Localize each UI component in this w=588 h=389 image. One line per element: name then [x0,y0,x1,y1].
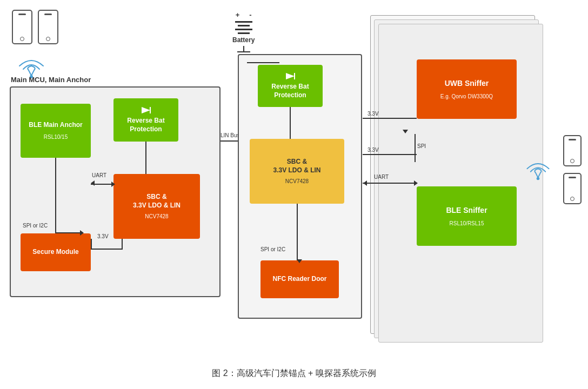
door-module-box: Reverse Bat Protection SBC & 3.3V LDO & … [238,54,362,319]
caption: 图 2：高级汽车门禁锚点 + 嗅探器系统示例 [0,368,588,379]
battery-to-door-h [247,62,279,63]
spi-wire-vert [415,134,416,162]
svg-point-5 [537,177,540,180]
uwb-sniffer-block: UWB Sniffer E.g. Qorvo DW3300Q [417,59,517,119]
uart-arrow-right-back [363,180,367,186]
phone-right-2 [563,173,582,204]
spi-arrow-down2 [403,130,408,133]
sbc-ldo-right-block: SBC & 3.3V LDO & LIN NCV7428 [250,139,344,204]
v33-label-right2: 3.3V [368,147,379,153]
lin-bus-label: LIN Bus [220,132,240,138]
sbc-ldo-left-block: SBC & 3.3V LDO & LIN NCV7428 [113,174,200,239]
uart-wire-right [363,183,417,184]
phone-left-2 [38,10,58,44]
wire-to-secure [91,249,122,250]
battery-label: Battery [232,36,255,44]
wire-secure-vert [91,239,92,250]
wire-sbc-down [122,239,123,250]
spi-arrow [80,230,84,236]
ble-main-anchor-block: BLE Main Anchor RSL10/15 [21,104,91,158]
wire-revbat-to-sbc [145,142,146,174]
secure-module-block: Secure Module [21,233,91,271]
phone-right-1 [563,135,582,166]
phone-left-1 [12,10,32,44]
wire-ble-secure [55,158,56,233]
wire-33v-uwb [363,118,417,119]
spi-arrow-down [297,259,302,267]
uart-arrow-right [414,180,418,186]
spi-i2c-label-right: SPI or I2C [260,246,285,252]
uart-arrow [111,182,115,187]
main-mcu-box: Main MCU, Main Anchor BLE Main Anchor RS… [10,86,220,297]
diagram-container: { "title": "图 2：高级汽车门禁锚点 + 嗅探器系统示例", "ca… [0,0,588,389]
spi-i2c-label-left: SPI or I2C [23,223,48,229]
v33-label-left: 3.3V [97,233,109,239]
svg-marker-1 [142,107,150,113]
reverse-bat-right-block: Reverse Bat Protection [258,65,323,107]
reverse-bat-left-block: Reverse Bat Protection [113,98,178,142]
wire-revbat-right-down [290,107,291,139]
right-wifi-icon [523,157,553,186]
ble-sniffer-block: BLE Sniffer RSL10/RSL15 [417,186,517,246]
uart-label-right: UART [374,174,389,180]
svg-marker-3 [286,73,295,79]
battery-symbol: +- Battery [232,11,255,58]
spi-label-right: SPI [417,143,426,149]
uart-label-left: UART [92,172,106,178]
uart-arrow-back [91,180,95,186]
v33-label-right1: 3.3V [368,111,379,117]
wire-33v-ble [363,154,417,155]
wire-ble-secure-h [55,232,82,233]
wire-sbc-nfc [297,204,298,260]
right-phones [563,135,582,204]
main-mcu-label: Main MCU, Main Anchor [11,76,91,84]
left-phones [12,10,58,44]
